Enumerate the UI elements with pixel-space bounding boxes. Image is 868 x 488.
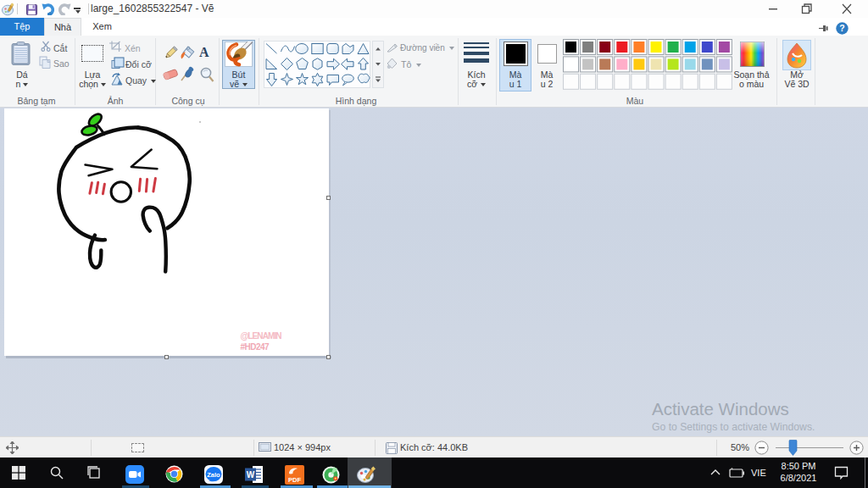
svg-text:?: ?	[839, 23, 844, 33]
svg-text:PDF: PDF	[288, 476, 301, 484]
svg-text:@LENAMIN: @LENAMIN	[241, 331, 282, 341]
svg-text:Zalo: Zalo	[207, 471, 220, 479]
svg-text:W: W	[247, 470, 255, 480]
svg-text:#HD247: #HD247	[241, 342, 270, 352]
